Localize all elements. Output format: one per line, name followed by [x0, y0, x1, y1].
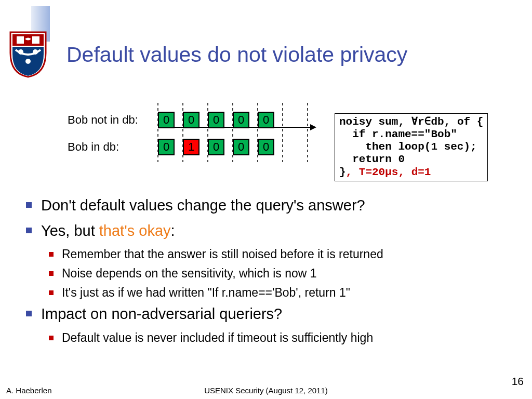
value-cell: 0	[208, 139, 224, 155]
value-cell: 0	[233, 139, 249, 155]
svg-rect-2	[32, 36, 39, 44]
svg-point-5	[25, 59, 31, 64]
bullet-l1: Don't default values change the query's …	[26, 195, 509, 216]
penn-shield-logo	[9, 31, 47, 80]
bullet-l1: Impact on non-adversarial queriers?	[26, 304, 509, 324]
bullet-text: Don't default values change the query's …	[41, 195, 365, 216]
value-cell: 0	[233, 112, 249, 128]
bullet-text: Remember that the answer is still noised…	[62, 246, 383, 262]
bullet-marker	[49, 271, 54, 276]
row-not-in-db: Bob not in db: 00000	[64, 108, 324, 132]
bullet-text: Default value is never included if timeo…	[62, 330, 373, 346]
bullet-marker	[26, 311, 32, 316]
bullet-l2: It's just as if we had written "If r.nam…	[49, 285, 509, 301]
slide-title: Default values do not violate privacy	[66, 43, 407, 67]
bullet-text: Impact on non-adversarial queriers?	[41, 304, 282, 324]
bullet-l2: Noise depends on the sensitivity, which …	[49, 265, 509, 282]
bullet-marker	[49, 252, 54, 257]
value-diagram: Bob not in db: 00000 Bob in db: 01000	[64, 108, 324, 159]
value-cell: 1	[183, 139, 200, 155]
svg-point-3	[18, 49, 23, 55]
footer-page-number: 16	[512, 375, 524, 388]
bullet-marker	[26, 202, 32, 208]
value-cell: 0	[208, 112, 224, 128]
code-box: noisy sum, ∀r∈db, of { if r.name=="Bob" …	[335, 113, 488, 181]
bullet-text: Noise depends on the sensitivity, which …	[62, 265, 317, 282]
bullet-marker	[26, 228, 32, 233]
value-cell: 0	[158, 139, 175, 155]
bullet-marker	[49, 290, 54, 295]
row-in-db: Bob in db: 01000	[64, 135, 324, 159]
bullet-text: It's just as if we had written "If r.nam…	[62, 285, 350, 301]
bullet-marker	[49, 336, 54, 340]
value-cell: 0	[258, 112, 274, 128]
value-cell: 0	[183, 112, 200, 128]
label-in-db: Bob in db:	[64, 140, 158, 154]
svg-point-4	[33, 49, 38, 55]
footer-venue: USENIX Security (August 12, 2011)	[0, 386, 532, 395]
bullet-list: Don't default values change the query's …	[26, 195, 509, 349]
label-not-in-db: Bob not in db:	[64, 113, 158, 127]
value-cell: 0	[258, 139, 274, 155]
svg-rect-1	[17, 36, 24, 44]
bullet-l2: Default value is never included if timeo…	[49, 330, 509, 346]
bullet-l1: Yes, but that's okay:	[26, 221, 509, 241]
bullet-text: Yes, but that's okay:	[41, 221, 175, 241]
bullet-l2: Remember that the answer is still noised…	[49, 246, 509, 262]
value-cell: 0	[158, 112, 175, 128]
